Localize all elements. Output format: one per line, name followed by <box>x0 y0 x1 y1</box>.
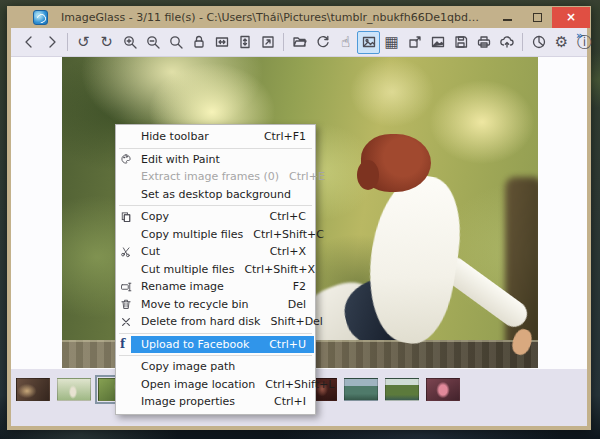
scissors-icon <box>117 246 141 258</box>
menu-item-label: Cut multiple files <box>141 263 234 276</box>
slideshow-button[interactable] <box>426 31 449 54</box>
menu-item-label: Edit with Paint <box>141 153 296 166</box>
menu-item-shortcut: Ctrl+X <box>270 245 306 258</box>
rename-icon <box>117 281 141 293</box>
menu-item-cut-multiple-files[interactable]: Cut multiple files Ctrl+Shift+X <box>117 261 314 279</box>
zoom-out-icon <box>145 34 161 50</box>
window-fit-button[interactable] <box>256 31 279 54</box>
zoom-in-icon <box>122 34 138 50</box>
next-image-button[interactable] <box>40 31 63 54</box>
menu-separator <box>119 205 312 206</box>
scale-to-width-button[interactable] <box>210 31 233 54</box>
menu-item-shortcut: Ctrl+C <box>270 210 306 223</box>
menu-item-label: Hide toolbar <box>141 130 254 143</box>
slideshow-icon <box>430 34 446 50</box>
menu-item-copy-image-path[interactable]: Copy image path <box>117 358 314 376</box>
rotate-right-button[interactable]: ↻ <box>95 31 118 54</box>
menu-item-extract-image-frames: Extract image frames (0) Ctrl+E <box>117 168 314 186</box>
menu-item-shortcut: Shift+Del <box>270 315 323 328</box>
thumbnail-10[interactable] <box>385 378 419 401</box>
menu-item-shortcut: Ctrl+E <box>289 170 325 183</box>
upload-button[interactable] <box>495 31 518 54</box>
menu-item-shortcut: Del <box>288 298 306 311</box>
menu-item-edit-with-paint[interactable]: Edit with Paint <box>117 151 314 169</box>
close-icon: × <box>566 10 576 24</box>
close-button[interactable]: × <box>552 7 590 28</box>
menu-item-upload-to-facebook[interactable]: f Upload to Facebook Ctrl+U <box>117 336 314 354</box>
menu-item-label: Image properties <box>141 395 264 408</box>
open-file-button[interactable] <box>288 31 311 54</box>
menu-item-move-to-recycle-bin[interactable]: Move to recycle bin Del <box>117 296 314 314</box>
menu-item-label: Rename image <box>141 280 283 293</box>
toolbar: ↺ ↻ ☝ ▦ ⚙ ⓘ » <box>11 28 587 57</box>
lock-zoom-button[interactable] <box>187 31 210 54</box>
delete-x-icon <box>117 316 141 328</box>
convert-button[interactable] <box>527 31 550 54</box>
window-title: ImageGlass - 3/11 file(s) - C:\Users\Thá… <box>61 11 481 24</box>
rotate-left-button[interactable]: ↺ <box>72 31 95 54</box>
menu-item-shortcut: Ctrl+Shift+C <box>253 228 324 241</box>
refresh-icon <box>315 34 331 50</box>
grid-icon: ▦ <box>384 35 398 50</box>
toolbar-separator <box>283 33 284 51</box>
menu-item-open-image-location[interactable]: Open image location Ctrl+Shift+L <box>117 376 314 394</box>
menu-item-cut[interactable]: Cut Ctrl+X <box>117 243 314 261</box>
scale-to-height-button[interactable] <box>233 31 256 54</box>
menu-item-shortcut: Ctrl+U <box>269 338 306 351</box>
menu-item-shortcut: Ctrl+F1 <box>264 130 306 143</box>
refresh-button[interactable] <box>311 31 334 54</box>
menu-separator <box>119 148 312 149</box>
actual-size-button[interactable] <box>164 31 187 54</box>
menu-item-label: Set as desktop background <box>141 188 296 201</box>
window-fit-icon <box>260 34 276 50</box>
resize-image-button[interactable] <box>403 31 426 54</box>
menu-item-copy-multiple-files[interactable]: Copy multiple files Ctrl+Shift+C <box>117 226 314 244</box>
thumbnail-1[interactable] <box>16 378 50 401</box>
go-to-page-button[interactable]: ☝ <box>334 31 357 54</box>
window-controls: × <box>492 6 591 28</box>
lock-icon <box>191 34 207 50</box>
resize-icon <box>407 34 423 50</box>
image-icon <box>361 34 377 50</box>
rotate-right-icon: ↻ <box>100 35 113 50</box>
toolbar-separator <box>522 33 523 51</box>
menu-item-set-as-desktop-background[interactable]: Set as desktop background <box>117 186 314 204</box>
menu-item-label: Extract image frames (0) <box>141 170 279 183</box>
thumbnail-bar-button[interactable]: ▦ <box>380 31 403 54</box>
menu-item-rename-image[interactable]: Rename image F2 <box>117 278 314 296</box>
scale-height-icon <box>237 34 253 50</box>
zoom-in-button[interactable] <box>118 31 141 54</box>
menu-item-shortcut: Ctrl+I <box>274 395 306 408</box>
open-folder-icon <box>292 34 308 50</box>
menu-item-image-properties[interactable]: Image properties Ctrl+I <box>117 393 314 411</box>
settings-button[interactable]: ⚙ <box>550 31 573 54</box>
context-menu: Hide toolbar Ctrl+F1 Edit with Paint Ext… <box>115 124 316 415</box>
menu-separator <box>119 355 312 356</box>
photo-auburn-hair <box>361 134 431 192</box>
copy-icon <box>117 211 141 223</box>
toolbar-overflow-chevron[interactable]: » <box>576 29 583 42</box>
zoom-out-button[interactable] <box>141 31 164 54</box>
menu-item-hide-toolbar[interactable]: Hide toolbar Ctrl+F1 <box>117 128 314 146</box>
imageglass-app-icon <box>33 10 48 25</box>
previous-image-button[interactable] <box>17 31 40 54</box>
thumbnail-2[interactable] <box>57 378 91 401</box>
menu-item-copy[interactable]: Copy Ctrl+C <box>117 208 314 226</box>
print-image-button[interactable] <box>472 31 495 54</box>
paint-palette-icon <box>117 153 141 165</box>
menu-item-shortcut: F2 <box>293 280 306 293</box>
thumbnail-11[interactable] <box>426 378 460 401</box>
titlebar[interactable]: ImageGlass - 3/11 file(s) - C:\Users\Thá… <box>7 6 591 28</box>
menu-item-delete-from-hard-disk[interactable]: Delete from hard disk Shift+Del <box>117 313 314 331</box>
menu-item-label: Cut <box>141 245 260 258</box>
printer-icon <box>476 34 492 50</box>
save-image-button[interactable] <box>449 31 472 54</box>
menu-separator <box>119 333 312 334</box>
menu-item-label: Copy <box>141 210 260 223</box>
minimize-icon <box>503 19 512 21</box>
maximize-button[interactable] <box>522 7 552 28</box>
checkered-background-button[interactable] <box>357 31 380 54</box>
maximize-icon <box>533 13 542 22</box>
minimize-button[interactable] <box>492 7 522 28</box>
thumbnail-9[interactable] <box>344 378 378 401</box>
